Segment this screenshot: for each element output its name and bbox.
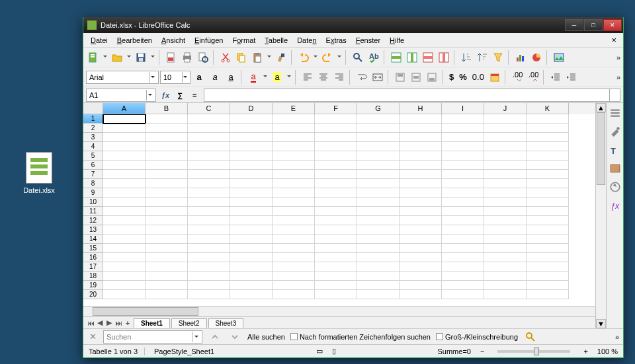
- cell[interactable]: [273, 253, 315, 262]
- vertical-scrollbar[interactable]: ▲▼: [595, 103, 606, 328]
- print-preview-icon[interactable]: [196, 50, 210, 65]
- menu-bearbeiten[interactable]: Bearbeiten: [112, 35, 157, 46]
- status-selection-mode[interactable]: ▯: [332, 347, 336, 355]
- cell[interactable]: [357, 188, 400, 198]
- cell[interactable]: [484, 235, 527, 244]
- horizontal-scrollbar[interactable]: [83, 306, 595, 316]
- cell[interactable]: [315, 244, 357, 253]
- cell[interactable]: [315, 179, 357, 188]
- spellcheck-icon[interactable]: Abc: [366, 50, 381, 65]
- row-icon[interactable]: [389, 50, 403, 65]
- cell[interactable]: [273, 290, 315, 299]
- cell[interactable]: [315, 290, 357, 299]
- cell[interactable]: [484, 198, 527, 207]
- row-header[interactable]: 11: [83, 207, 103, 216]
- cell[interactable]: [527, 124, 569, 133]
- cell[interactable]: [527, 179, 569, 188]
- row-header[interactable]: 5: [83, 151, 103, 161]
- cell[interactable]: [315, 262, 357, 272]
- cell[interactable]: [527, 290, 569, 299]
- cell[interactable]: [103, 198, 146, 207]
- cell[interactable]: [188, 244, 230, 253]
- cell[interactable]: [315, 253, 357, 262]
- cell[interactable]: [273, 244, 315, 253]
- cell[interactable]: [273, 216, 315, 225]
- cell[interactable]: [146, 244, 188, 253]
- spreadsheet-grid[interactable]: ABCDEFGHIJK 1234567891011121314151617181…: [83, 103, 595, 328]
- cell[interactable]: [230, 244, 273, 253]
- cell[interactable]: [357, 244, 400, 253]
- cell[interactable]: [103, 244, 146, 253]
- row-header[interactable]: 17: [83, 262, 103, 272]
- cell[interactable]: [357, 225, 400, 235]
- cell[interactable]: [484, 170, 527, 179]
- cell[interactable]: [230, 207, 273, 216]
- cell[interactable]: [103, 170, 146, 179]
- cell[interactable]: [400, 151, 442, 161]
- increase-indent-icon[interactable]: [564, 70, 579, 85]
- remove-decimal-icon[interactable]: .00: [526, 70, 540, 85]
- cell[interactable]: [188, 179, 230, 188]
- sheet-tab[interactable]: Sheet2: [171, 318, 207, 328]
- cell[interactable]: [442, 114, 484, 124]
- row-header[interactable]: 15: [83, 244, 103, 253]
- find-case-checkbox[interactable]: Groß-/Kleinschreibung: [436, 333, 518, 341]
- cell[interactable]: [400, 170, 442, 179]
- toolbar-expand[interactable]: »: [616, 54, 620, 61]
- cell[interactable]: [357, 198, 400, 207]
- print-icon[interactable]: [180, 50, 194, 65]
- font-size-input[interactable]: [163, 73, 182, 81]
- cell[interactable]: [146, 198, 188, 207]
- row-header[interactable]: 18: [83, 272, 103, 281]
- cell[interactable]: [230, 161, 273, 170]
- cell[interactable]: [146, 114, 188, 124]
- column-header-K[interactable]: K: [527, 103, 569, 114]
- cell[interactable]: [273, 133, 315, 142]
- row-header[interactable]: 8: [83, 179, 103, 188]
- delete-row-icon[interactable]: [421, 50, 435, 65]
- cell[interactable]: [146, 253, 188, 262]
- cell[interactable]: [442, 151, 484, 161]
- cell[interactable]: [484, 262, 527, 272]
- add-sheet-icon[interactable]: +: [123, 319, 132, 327]
- cell[interactable]: [103, 114, 146, 124]
- cell[interactable]: [188, 216, 230, 225]
- font-name-combo[interactable]: [86, 71, 159, 84]
- cell[interactable]: [315, 133, 357, 142]
- format-toolbar-expand[interactable]: »: [616, 73, 620, 81]
- tab-prev-icon[interactable]: ◀: [95, 318, 105, 327]
- cell[interactable]: [103, 207, 146, 216]
- cell[interactable]: [484, 142, 527, 151]
- column-icon[interactable]: [405, 50, 419, 65]
- cell[interactable]: [400, 124, 442, 133]
- row-header[interactable]: 9: [83, 188, 103, 198]
- cell[interactable]: [484, 207, 527, 216]
- cell[interactable]: [103, 124, 146, 133]
- cell[interactable]: [188, 114, 230, 124]
- new-doc-icon[interactable]: [86, 50, 101, 65]
- row-header[interactable]: 20: [83, 290, 103, 299]
- cell[interactable]: [188, 272, 230, 281]
- column-header-I[interactable]: I: [442, 103, 484, 114]
- properties-icon[interactable]: [609, 126, 621, 137]
- close-button[interactable]: ✕: [603, 19, 622, 31]
- font-color-icon[interactable]: a: [246, 70, 261, 85]
- find-all-label[interactable]: Alle suchen: [247, 333, 285, 341]
- cell[interactable]: [484, 179, 527, 188]
- cell[interactable]: [442, 207, 484, 216]
- cell[interactable]: [400, 161, 442, 170]
- copy-icon[interactable]: [234, 50, 249, 65]
- cell[interactable]: [230, 124, 273, 133]
- cell[interactable]: [103, 235, 146, 244]
- cell[interactable]: [442, 161, 484, 170]
- paste-icon[interactable]: [250, 50, 265, 65]
- column-header-D[interactable]: D: [230, 103, 273, 114]
- cell[interactable]: [315, 142, 357, 151]
- cell[interactable]: [146, 124, 188, 133]
- column-header-J[interactable]: J: [484, 103, 527, 114]
- cell[interactable]: [188, 253, 230, 262]
- cell[interactable]: [230, 262, 273, 272]
- cell[interactable]: [400, 235, 442, 244]
- cell[interactable]: [527, 216, 569, 225]
- cell[interactable]: [315, 188, 357, 198]
